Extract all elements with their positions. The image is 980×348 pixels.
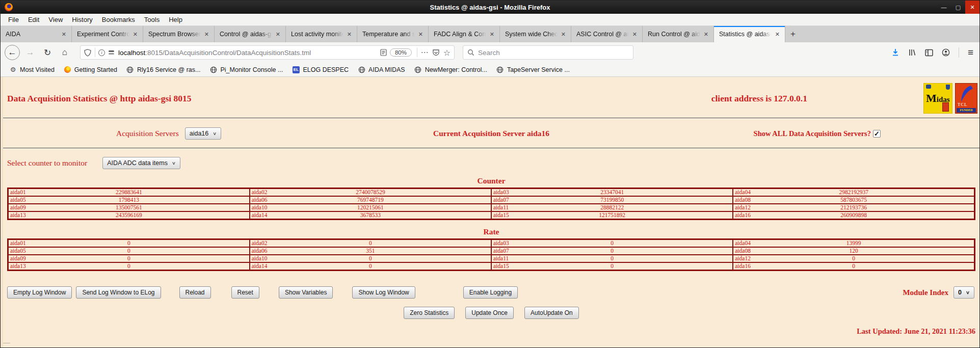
tab-close-icon[interactable]: ✕	[488, 30, 496, 39]
tab-close-icon[interactable]: ✕	[773, 30, 782, 39]
tab-close-icon[interactable]: ✕	[416, 30, 425, 39]
menu-help[interactable]: Help	[164, 15, 187, 24]
channel-value: 120	[733, 248, 974, 254]
tab-2[interactable]: Experiment Control✕	[72, 26, 143, 42]
autoupdate-on-button[interactable]: AutoUpdate On	[524, 307, 579, 319]
bookmark-newmerger-control[interactable]: NewMerger: Control...	[411, 64, 491, 75]
reload-button[interactable]: ↻	[40, 45, 55, 60]
zoom-level-button[interactable]: 80%	[390, 48, 412, 57]
channel-value: 120215061	[250, 204, 491, 211]
search-bar[interactable]: Search	[463, 45, 633, 60]
tab-7[interactable]: FADC Align & Contro✕	[429, 26, 500, 42]
show-log-window-button[interactable]: Show Log Window	[352, 286, 415, 299]
pocket-icon[interactable]	[432, 48, 440, 57]
bookmark-star-icon[interactable]: ☆	[443, 48, 451, 57]
tab-close-icon[interactable]: ✕	[274, 30, 282, 39]
counter-cell: aida143678533	[250, 211, 491, 220]
reader-mode-icon[interactable]	[380, 48, 388, 57]
tab-8[interactable]: System wide Checks✕	[500, 26, 571, 42]
bookmark-label: AIDA MIDAS	[368, 66, 405, 73]
channel-value: 1798413	[9, 197, 249, 203]
show-variables-button[interactable]: Show Variables	[279, 286, 333, 299]
tab-5[interactable]: Lost activity monitor✕	[286, 26, 357, 42]
channel-value: 0	[9, 248, 249, 254]
site-info-icon[interactable]: i	[98, 49, 105, 56]
home-link[interactable]: Home	[7, 347, 25, 347]
browser-window: Statistics @ aidas-gsi - Mozilla Firefox…	[0, 0, 980, 348]
tab-11[interactable]: Statistics @ aidas-g✕	[714, 26, 785, 42]
counter-cell: aida110	[491, 255, 733, 262]
tab-9[interactable]: ASIC Control @ aida✕	[571, 26, 643, 42]
bookmark-getting-started[interactable]: Getting Started	[60, 64, 121, 75]
channel-name: aida03	[493, 240, 509, 247]
bookmark-aida-midas[interactable]: AIDA MIDAS	[354, 64, 409, 75]
menu-edit[interactable]: Edit	[23, 15, 44, 24]
menu-history[interactable]: History	[67, 15, 97, 24]
menu-file[interactable]: File	[4, 15, 23, 24]
zero-statistics-button[interactable]: Zero Statistics	[404, 307, 455, 319]
channel-name: aida05	[10, 248, 26, 254]
tab-close-icon[interactable]: ✕	[202, 30, 211, 39]
bookmark-most-visited[interactable]: ⚙Most Visited	[6, 64, 58, 75]
channel-value: 13999	[733, 240, 974, 247]
channel-name: aida06	[252, 197, 268, 203]
show-all-servers-checkbox[interactable]: ✓	[873, 130, 881, 138]
enable-logging-button[interactable]: Enable Logging	[463, 286, 518, 299]
counter-cell: aida01229883641	[8, 189, 250, 197]
menu-tools[interactable]: Tools	[140, 15, 164, 24]
tab-close-icon[interactable]: ✕	[131, 30, 140, 39]
account-icon[interactable]	[942, 48, 950, 57]
tab-10[interactable]: Run Control @ aidas✕	[643, 26, 714, 42]
counter-cell: aida0773199850	[491, 196, 733, 204]
reset-button[interactable]: Reset	[231, 286, 259, 299]
channel-name: aida16	[735, 212, 751, 219]
new-tab-button[interactable]: +	[785, 26, 801, 42]
menu-view[interactable]: View	[44, 15, 67, 24]
tab-close-icon[interactable]: ✕	[630, 30, 639, 39]
reload-button[interactable]: Reload	[179, 286, 211, 299]
table-row: aida090aida100aida110aida120	[8, 255, 975, 262]
shield-icon[interactable]	[84, 48, 92, 57]
app-menu-icon[interactable]: ≡	[968, 47, 973, 58]
tab-close-icon[interactable]: ✕	[559, 30, 568, 39]
channel-value: 3678533	[250, 212, 491, 219]
channel-value: 0	[492, 240, 732, 247]
forward-button[interactable]: →	[23, 45, 37, 60]
menu-bookmarks[interactable]: Bookmarks	[97, 15, 140, 24]
tab-1[interactable]: AIDA✕	[1, 26, 72, 42]
home-button[interactable]: ⌂	[58, 45, 72, 60]
url-bar[interactable]: i localhost:8015/DataAcquisitionControl/…	[80, 45, 455, 60]
downloads-icon[interactable]	[891, 48, 899, 57]
tab-6[interactable]: Temperature and sta✕	[357, 26, 429, 42]
library-icon[interactable]	[908, 48, 916, 57]
counter-cell: aida070	[491, 247, 733, 255]
permissions-icon[interactable]	[109, 50, 114, 55]
bookmark-pi-monitor-console[interactable]: Pi_Monitor Console ...	[206, 64, 286, 75]
navigation-bar: ← → ↻ ⌂ i localhost:8015/DataAcquisition…	[1, 42, 979, 63]
url-text[interactable]: localhost:8015/DataAcquisitionControl/Da…	[118, 49, 380, 57]
tab-close-icon[interactable]: ✕	[702, 30, 710, 39]
bookmark-rly16-service-ras[interactable]: Rly16 Service @ ras...	[123, 64, 204, 75]
sidebar-toggle-icon[interactable]	[925, 48, 933, 57]
empty-log-window-button[interactable]: Empty Log Window	[7, 286, 72, 299]
channel-value: 121751892	[492, 212, 732, 219]
counter-cell: aida140	[250, 262, 491, 271]
update-once-button[interactable]: Update Once	[465, 307, 514, 319]
module-index-select[interactable]: 0∨	[953, 286, 974, 299]
send-log-window-to-elog-button[interactable]: Send Log Window to ELog	[76, 286, 161, 299]
tab-3[interactable]: Spectrum Browser @✕	[143, 26, 215, 42]
bookmark-elog-despec[interactable]: ELELOG DESPEC	[288, 64, 352, 75]
channel-name: aida13	[10, 263, 26, 270]
tab-4[interactable]: Control @ aidas-gsi✕	[215, 26, 286, 42]
page-title: Data Acquisition Statistics @ http aidas…	[7, 93, 191, 104]
counter-cell: aida06351	[250, 247, 491, 255]
counter-type-select[interactable]: AIDA ADC data items∨	[102, 157, 180, 169]
page-actions-icon[interactable]: ⋯	[420, 48, 429, 57]
tab-close-icon[interactable]: ✕	[60, 30, 68, 39]
globe-icon	[126, 66, 134, 73]
select-counter-label: Select counter to monitor	[7, 158, 87, 168]
back-button[interactable]: ←	[5, 45, 20, 60]
bookmark-tapeserver-service[interactable]: TapeServer Service ...	[493, 64, 573, 75]
tab-close-icon[interactable]: ✕	[345, 30, 354, 39]
table-row: aida050aida06351aida070aida08120	[8, 247, 975, 255]
